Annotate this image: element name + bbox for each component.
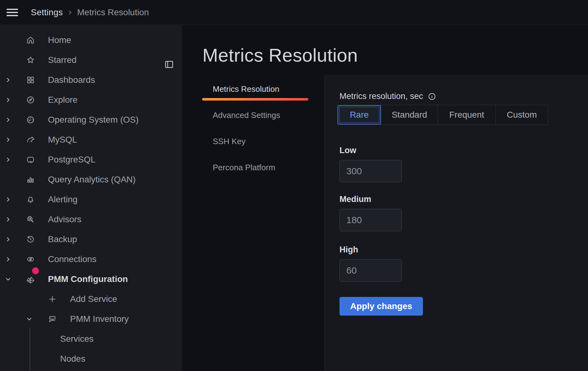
chevron-right-icon[interactable] [5, 256, 11, 262]
preset-rare[interactable]: Rare [338, 105, 381, 124]
high-field-label: High [339, 245, 588, 255]
chevron-right-icon[interactable] [5, 97, 11, 103]
tab-label: Metrics Resolution [213, 84, 279, 94]
sidebar-item-label: Starred [48, 55, 77, 65]
chevron-right-icon[interactable] [5, 157, 11, 163]
settings-tabs: Metrics Resolution Advanced Settings SSH… [202, 76, 308, 181]
bar-chart-icon [25, 175, 36, 184]
sidebar-item-starred[interactable]: Starred [0, 50, 182, 70]
bell-icon [25, 195, 36, 204]
star-icon [25, 55, 36, 65]
chevron-down-icon[interactable] [26, 316, 32, 322]
tab-advanced-settings[interactable]: Advanced Settings [202, 102, 308, 128]
nav-list: Home Starred Dashboards Explore [0, 30, 182, 369]
pmm-mountains-icon [25, 274, 36, 284]
medium-resolution-input[interactable] [339, 209, 402, 231]
info-circle-icon[interactable] [428, 92, 436, 101]
sidebar-item-query-analytics[interactable]: Query Analytics (QAN) [0, 170, 182, 190]
history-clock-icon [25, 235, 36, 244]
tab-label: SSH Key [213, 137, 246, 146]
resolution-preset-group: Rare Standard Frequent Custom [337, 105, 548, 125]
notification-badge [32, 267, 39, 274]
sidebar-item-label: Backup [48, 234, 77, 244]
nav-sidebar: Home Starred Dashboards Explore [0, 25, 183, 371]
server-icon [47, 314, 58, 324]
metrics-resolution-panel: Metrics resolution, sec Rare Standard Fr… [324, 75, 588, 371]
sidebar-item-pmm-configuration[interactable]: PMM Configuration [0, 269, 182, 289]
sidebar-item-label: Connections [48, 254, 97, 264]
tab-ssh-key[interactable]: SSH Key [202, 128, 308, 154]
mysql-dolphin-icon [25, 135, 36, 144]
chevron-right-icon[interactable] [5, 117, 11, 123]
low-field-label: Low [339, 145, 588, 155]
sidebar-item-label: Home [48, 35, 71, 45]
sidebar-item-label: PostgreSQL [48, 155, 96, 165]
chevron-down-icon[interactable] [5, 276, 11, 282]
sidebar-item-label: Nodes [60, 354, 85, 364]
preset-frequent[interactable]: Frequent [438, 105, 496, 124]
metrics-resolution-group-label: Metrics resolution, sec [339, 92, 423, 101]
preset-standard[interactable]: Standard [381, 105, 438, 124]
breadcrumb: Settings Metrics Resolution [31, 7, 149, 17]
apply-changes-button[interactable]: Apply changes [339, 297, 423, 316]
sidebar-item-nodes[interactable]: Nodes [0, 349, 182, 369]
sidebar-item-postgresql[interactable]: PostgreSQL [0, 150, 182, 170]
sidebar-item-mysql[interactable]: MySQL [0, 130, 182, 150]
linked-rings-icon [25, 255, 36, 264]
postgresql-elephant-icon [25, 155, 36, 164]
sidebar-item-label: Explore [48, 95, 78, 105]
sidebar-item-alerting[interactable]: Alerting [0, 190, 182, 209]
sidebar-item-label: Query Analytics (QAN) [48, 175, 136, 185]
dashboards-grid-icon [25, 75, 36, 85]
sidebar-item-label: Dashboards [48, 75, 95, 85]
sidebar-item-label: Operating System (OS) [48, 115, 139, 125]
chevron-right-icon[interactable] [5, 236, 11, 242]
tab-percona-platform[interactable]: Percona Platform [202, 154, 308, 181]
preset-custom[interactable]: Custom [496, 105, 548, 124]
sidebar-item-pmm-inventory[interactable]: PMM Inventory [0, 309, 182, 329]
sidebar-item-label: Add Service [70, 294, 117, 304]
chevron-right-icon[interactable] [5, 216, 11, 223]
sidebar-item-add-service[interactable]: Add Service [0, 289, 182, 309]
tab-label: Percona Platform [213, 163, 275, 172]
plus-icon [47, 294, 58, 304]
sidebar-item-label: PMM Inventory [70, 314, 129, 324]
compass-icon [25, 95, 36, 105]
sidebar-item-services[interactable]: Services [0, 329, 182, 349]
sidebar-item-operating-system[interactable]: Operating System (OS) [0, 110, 182, 130]
home-icon [25, 35, 36, 45]
top-bar: Settings Metrics Resolution [0, 0, 588, 25]
page-title: Metrics Resolution [202, 45, 358, 65]
sidebar-item-dashboards[interactable]: Dashboards [0, 70, 182, 90]
high-resolution-input[interactable] [339, 259, 402, 282]
sidebar-item-label: Advisors [48, 214, 81, 224]
sidebar-item-label: Alerting [48, 195, 78, 204]
tab-label: Advanced Settings [213, 110, 280, 120]
breadcrumb-metrics-resolution: Metrics Resolution [77, 7, 149, 17]
sidebar-item-label: MySQL [48, 135, 77, 145]
tab-metrics-resolution[interactable]: Metrics Resolution [202, 76, 308, 102]
sidebar-item-backup[interactable]: Backup [0, 229, 182, 249]
breadcrumb-settings[interactable]: Settings [31, 7, 63, 17]
menu-toggle-icon[interactable] [7, 9, 18, 16]
medium-field-label: Medium [339, 194, 588, 204]
chevron-right-icon[interactable] [5, 196, 11, 203]
magnifier-check-icon [25, 215, 36, 224]
sidebar-item-label: PMM Configuration [48, 274, 128, 284]
chevron-right-icon [67, 9, 74, 16]
sidebar-item-connections[interactable]: Connections [0, 249, 182, 269]
sidebar-item-label: Services [60, 334, 93, 344]
gauge-icon [25, 115, 36, 124]
low-resolution-input[interactable] [339, 160, 402, 182]
sidebar-item-explore[interactable]: Explore [0, 90, 182, 110]
chevron-right-icon[interactable] [5, 77, 11, 83]
chevron-right-icon[interactable] [5, 137, 11, 143]
sidebar-item-advisors[interactable]: Advisors [0, 209, 182, 229]
sidebar-item-home[interactable]: Home [0, 30, 182, 50]
